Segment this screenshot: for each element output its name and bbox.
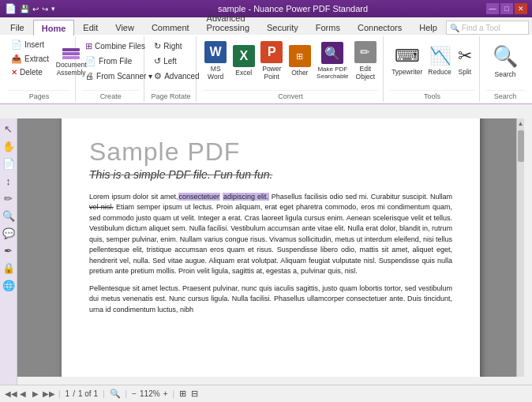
powerpoint-icon: P xyxy=(260,41,283,63)
tab-help[interactable]: Help xyxy=(410,19,446,35)
layout-icon[interactable]: ⊟ xyxy=(191,389,198,399)
create-group-label: Create xyxy=(82,90,139,102)
title-bar: 📄 💾 ↩ ↪ ▾ sample - Nuance Power PDF Stan… xyxy=(0,0,532,17)
combine-files-button[interactable]: ⊞ Combine Files xyxy=(82,39,155,53)
sidebar-edit-tool[interactable]: ✏ xyxy=(2,191,16,205)
page-rotate-group-label: Page Rotate xyxy=(151,90,191,102)
other-button[interactable]: ⊞ Other xyxy=(287,38,313,84)
from-scanner-button[interactable]: 🖨 From Scanner ▾ xyxy=(82,70,155,82)
ribbon-group-pages: 📄 Insert 📤 Extract ✕ Delete xyxy=(3,36,76,102)
quick-access-save[interactable]: 💾 xyxy=(20,5,29,13)
sidebar-comment-tool[interactable]: 💬 xyxy=(2,226,16,240)
pdf-viewer: Sample PDF This is a simple PDF file. Fu… xyxy=(17,118,524,377)
split-icon: ✂ xyxy=(458,46,472,66)
page-info: 1 / 1 of 1 xyxy=(66,389,98,398)
first-page-button[interactable]: ◀◀ xyxy=(5,389,16,398)
insert-icon: 📄 xyxy=(11,39,22,50)
left-sidebar: ↖ ✋ 📄 ↕ ✏ 🔍 💬 ✒ 🔒 🌐 xyxy=(0,118,17,401)
make-pdf-searchable-icon: 🔍 xyxy=(321,42,343,64)
rotate-advanced-button[interactable]: ⚙ Advanced xyxy=(151,70,202,83)
tab-forms[interactable]: Forms xyxy=(307,19,349,35)
tab-security[interactable]: Security xyxy=(258,19,307,35)
ms-word-button[interactable]: W MSWord xyxy=(203,38,229,84)
rotate-right-button[interactable]: ↻ Right xyxy=(151,39,202,53)
find-tool-icon: 🔍 xyxy=(450,24,459,32)
zoom-out-button[interactable]: − xyxy=(132,389,137,398)
scroll-thumb[interactable] xyxy=(518,130,524,162)
find-tool-input[interactable]: Find a Tool xyxy=(462,24,500,32)
delete-icon: ✕ xyxy=(11,68,17,77)
make-pdf-searchable-button[interactable]: 🔍 Make PDFSearchable xyxy=(315,38,350,84)
from-file-button[interactable]: 📄 From File xyxy=(82,54,155,68)
app-icon: 📄 xyxy=(5,3,17,14)
zoom-controls: − 112% + xyxy=(132,389,167,398)
tab-edit[interactable]: Edit xyxy=(74,19,107,35)
sidebar-search-tool[interactable]: 🔍 xyxy=(2,209,16,223)
maximize-button[interactable]: □ xyxy=(500,3,513,14)
rotate-left-button[interactable]: ↺ Left xyxy=(151,54,202,68)
search-status-icon[interactable]: 🔍 xyxy=(110,389,121,399)
sidebar-security-tool[interactable]: 🔒 xyxy=(2,261,16,275)
insert-button[interactable]: 📄 Insert xyxy=(8,38,52,51)
sidebar-pointer-tool[interactable]: ↖ xyxy=(2,122,16,136)
tools-group-label: Tools xyxy=(390,90,474,102)
search-icon: 🔍 xyxy=(493,44,518,69)
sidebar-sign-tool[interactable]: ✒ xyxy=(2,243,16,257)
ribbon-bar: 📄 Insert 📤 Extract ✕ Delete xyxy=(0,35,532,104)
sidebar-pages-panel[interactable]: 📄 xyxy=(2,156,16,171)
pages-group-label: Pages xyxy=(8,90,70,102)
extract-icon: 📤 xyxy=(11,54,22,64)
close-button[interactable]: ✕ xyxy=(515,3,527,14)
tab-connectors[interactable]: Connectors xyxy=(349,19,410,35)
ribbon-tabs: File Home Edit View Comment Advanced Pro… xyxy=(0,17,532,35)
convert-group-label: Convert xyxy=(203,90,378,102)
extract-button[interactable]: 📤 Extract xyxy=(8,52,52,66)
window-title: sample - Nuance Power PDF Standard xyxy=(99,4,486,13)
tab-home[interactable]: Home xyxy=(33,20,75,36)
rotate-left-icon: ↺ xyxy=(154,56,161,66)
pdf-body: Lorem ipsum dolor sit amet,consectetuer … xyxy=(89,192,452,316)
tab-comment[interactable]: Comment xyxy=(143,19,198,35)
from-scanner-icon: 🖨 xyxy=(85,71,94,81)
search-button[interactable]: 🔍 Search xyxy=(486,38,524,84)
ribbon-group-tools: ⌨ Typewriter 📉 Reduce ✂ Split Tools xyxy=(385,36,480,102)
excel-icon: X xyxy=(233,45,255,67)
quick-access-redo[interactable]: ↪ xyxy=(42,5,48,13)
typewriter-button[interactable]: ⌨ Typewriter xyxy=(390,38,424,84)
typewriter-icon: ⌨ xyxy=(395,46,420,66)
tab-view[interactable]: View xyxy=(107,19,143,35)
minimize-button[interactable]: — xyxy=(486,3,499,14)
ms-word-icon: W xyxy=(204,41,227,63)
from-file-icon: 📄 xyxy=(85,56,96,66)
reduce-button[interactable]: 📉 Reduce xyxy=(426,38,452,84)
rotate-advanced-icon: ⚙ xyxy=(154,71,162,81)
pdf-scrollbar[interactable]: ▲ xyxy=(516,118,524,377)
sidebar-web-tool[interactable]: 🌐 xyxy=(2,278,16,292)
zoom-level[interactable]: 112% xyxy=(140,389,160,398)
next-page-button[interactable]: ▶ xyxy=(30,389,41,398)
status-bar: ◀◀ ◀ ▶ ▶▶ | 1 / 1 of 1 | 🔍 | − 112% + | … xyxy=(0,385,532,402)
tab-file[interactable]: File xyxy=(2,19,33,35)
copy-status-icon[interactable]: ⊞ xyxy=(179,389,186,399)
zoom-in-button[interactable]: + xyxy=(163,389,168,398)
quick-access-more[interactable]: ▾ xyxy=(51,5,55,13)
last-page-button[interactable]: ▶▶ xyxy=(43,389,54,398)
sidebar-hand-tool[interactable]: ✋ xyxy=(2,139,16,153)
other-icon: ⊞ xyxy=(289,45,311,67)
delete-button[interactable]: ✕ Delete xyxy=(8,66,52,78)
excel-button[interactable]: X Excel xyxy=(230,38,257,84)
split-button[interactable]: ✂ Split xyxy=(455,38,474,84)
powerpoint-button[interactable]: P PowerPoint xyxy=(259,38,285,84)
scroll-up-arrow[interactable]: ▲ xyxy=(516,118,524,129)
pdf-title: Sample PDF xyxy=(89,137,452,167)
edit-object-icon: ✏ xyxy=(354,41,377,63)
sidebar-zoom-tool[interactable]: ↕ xyxy=(2,174,16,188)
pdf-paragraph-1: Lorem ipsum dolor sit amet,consectetuer … xyxy=(89,192,452,277)
ribbon-group-rotate: ↻ Right ↺ Left ⚙ Advanced Page Rotate xyxy=(146,36,197,102)
quick-access-undo[interactable]: ↩ xyxy=(32,5,39,13)
tab-advanced[interactable]: Advanced Processing xyxy=(198,9,258,35)
edit-object-button[interactable]: ✏ EditObject xyxy=(353,38,379,84)
page-navigation: ◀◀ ◀ ▶ ▶▶ xyxy=(5,389,54,398)
reduce-icon: 📉 xyxy=(429,46,451,66)
prev-page-button[interactable]: ◀ xyxy=(17,389,28,398)
